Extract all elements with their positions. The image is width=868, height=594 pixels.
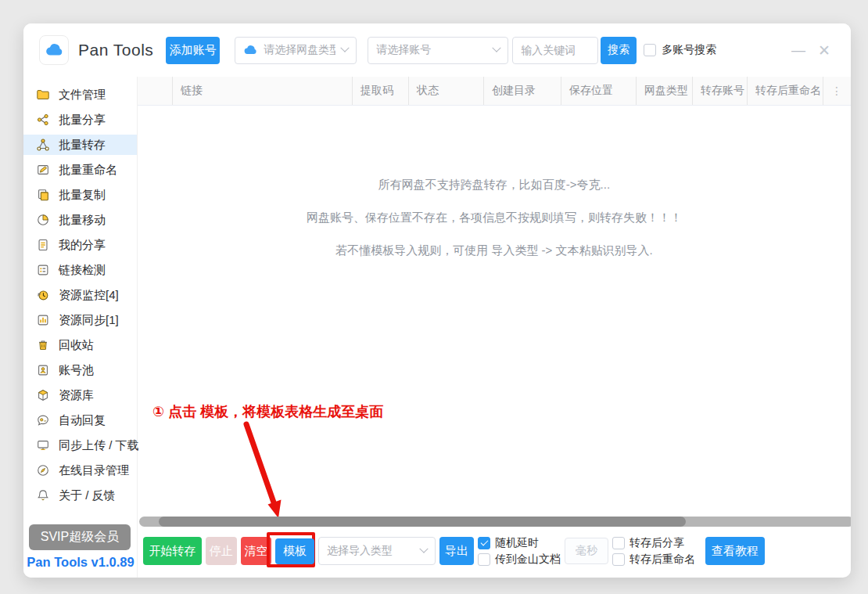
view-tutorial-button[interactable]: 查看教程 [705, 537, 765, 565]
sidebar-item-label: 我的分享 [59, 238, 106, 253]
sidebar-item-resource-library[interactable]: 资源库 [23, 385, 137, 405]
sidebar-item-label: 批量移动 [59, 213, 106, 228]
sidebar-item-online-directory[interactable]: 在线目录管理 [23, 460, 137, 481]
sidebar-item-batch-copy[interactable]: 批量复制 [23, 185, 137, 205]
multi-account-search-checkbox[interactable] [644, 44, 656, 56]
annotation-arrow [233, 415, 296, 528]
copy-icon [36, 188, 50, 202]
multi-account-search-label: 多账号搜索 [662, 43, 716, 57]
app-version-text: Pan Tools v1.0.89 [23, 555, 138, 570]
kdocs-label: 传到金山文档 [495, 553, 561, 567]
table-header-link: 链接 [172, 77, 352, 105]
table-header-rename-after: 转存后重命名 [747, 77, 823, 105]
sidebar-item-label: 批量转存 [59, 138, 106, 153]
table-header-create-dir: 创建目录 [483, 77, 561, 105]
batch-transfer-icon [36, 138, 50, 152]
hint-line: 若不懂模板导入规则，可使用 导入类型 -> 文本粘贴识别导入. [138, 234, 851, 267]
sidebar-item-batch-rename[interactable]: 批量重命名 [23, 160, 137, 180]
share-after-checkbox[interactable] [612, 537, 625, 549]
table-header-disk-type: 网盘类型 [636, 77, 692, 105]
table-header-save-location: 保存位置 [561, 77, 636, 105]
sidebar-item-label: 资源库 [59, 388, 94, 403]
table-header-extract-code: 提取码 [352, 77, 408, 105]
sidebar-item-batch-share[interactable]: 批量分享 [23, 110, 137, 130]
account-pool-icon [36, 363, 50, 377]
annotation-step-text: ① 点击 模板，将模板表格生成至桌面 [152, 402, 383, 421]
start-transfer-button[interactable]: 开始转存 [143, 537, 202, 565]
kdocs-checkbox[interactable] [478, 553, 490, 566]
sidebar-item-about-feedback[interactable]: 关于 / 反馈 [23, 485, 137, 506]
export-button[interactable]: 导出 [439, 537, 474, 565]
rename-after-label: 转存后重命名 [629, 553, 695, 567]
sidebar-item-label: 关于 / 反馈 [59, 488, 116, 503]
stop-button[interactable]: 停止 [206, 537, 237, 565]
share-after-label: 转存后分享 [629, 536, 684, 550]
footer-toolbar: 开始转存 停止 清空 模板 选择导入类型 导出 随机延时 传到金山文档 毫秒 转… [138, 531, 851, 571]
disk-type-placeholder: 请选择网盘类型 [264, 43, 335, 57]
link-check-icon [36, 263, 50, 277]
sidebar-item-file-manage[interactable]: 文件管理 [23, 85, 137, 105]
import-type-select[interactable]: 选择导入类型 [318, 537, 436, 565]
sidebar-item-label: 批量复制 [59, 188, 106, 203]
header-bar: Pan Tools 添加账号 请选择网盘类型 请选择账号 搜索 多账号搜索 — … [23, 23, 851, 77]
rename-after-checkbox[interactable] [612, 553, 625, 566]
sidebar-item-resource-monitor[interactable]: 资源监控[4] [23, 285, 137, 305]
recycle-bin-icon [36, 338, 50, 352]
rename-icon [36, 163, 50, 177]
horizontal-scrollbar-thumb[interactable] [159, 517, 686, 527]
close-button[interactable]: ✕ [818, 41, 830, 59]
sidebar-item-account-pool[interactable]: 账号池 [23, 360, 137, 380]
chevron-down-icon [419, 545, 428, 553]
sidebar: 文件管理 批量分享 批量转存 批量重命名 批量复制 批量移动 我的分享 [23, 77, 138, 578]
horizontal-scrollbar-track[interactable] [139, 517, 851, 527]
share-icon [36, 113, 50, 127]
after-transfer-options-group: 转存后分享 转存后重命名 [612, 536, 695, 567]
sidebar-item-label: 账号池 [59, 363, 94, 378]
resource-monitor-icon [36, 288, 50, 302]
keyword-input[interactable] [512, 37, 598, 64]
cloud-logo-icon [45, 41, 63, 59]
random-delay-label: 随机延时 [495, 536, 539, 550]
chevron-down-icon [493, 44, 501, 52]
search-button[interactable]: 搜索 [601, 37, 637, 64]
template-button[interactable]: 模板 [275, 538, 314, 564]
folder-icon [36, 88, 50, 102]
sidebar-item-link-check[interactable]: 链接检测 [23, 260, 137, 280]
random-delay-checkbox[interactable] [478, 537, 490, 549]
sidebar-item-recycle-bin[interactable]: 回收站 [23, 335, 137, 355]
account-select[interactable]: 请选择账号 [368, 37, 508, 64]
sidebar-item-my-share[interactable]: 我的分享 [23, 235, 137, 255]
sidebar-item-label: 批量分享 [59, 113, 106, 128]
sidebar-item-auto-reply[interactable]: 自动回复 [23, 410, 137, 430]
move-icon [36, 213, 50, 227]
sidebar-item-batch-move[interactable]: 批量移动 [23, 210, 137, 230]
rename-after-option: 转存后重命名 [612, 553, 695, 567]
multi-account-search-option: 多账号搜索 [644, 43, 716, 57]
sidebar-item-label: 链接检测 [59, 263, 106, 278]
delay-options-group: 随机延时 传到金山文档 [478, 536, 561, 567]
sidebar-item-batch-transfer[interactable]: 批量转存 [23, 135, 137, 155]
milliseconds-input[interactable]: 毫秒 [565, 538, 608, 564]
minimize-button[interactable]: — [791, 42, 805, 59]
sidebar-item-label: 在线目录管理 [59, 463, 129, 478]
app-title: Pan Tools [78, 41, 153, 59]
sidebar-item-label: 资源同步[1] [59, 313, 119, 328]
hint-line: 网盘账号、保存位置不存在，各项信息不按规则填写，则转存失败！！！ [138, 201, 851, 234]
svip-member-button[interactable]: SVIP超级会员 [29, 524, 131, 550]
sidebar-item-sync-upload-download[interactable]: 同步上传 / 下载 [23, 435, 137, 455]
share-after-option: 转存后分享 [612, 536, 695, 550]
empty-state-hints: 所有网盘不支持跨盘转存，比如百度->夸克... 网盘账号、保存位置不存在，各项信… [138, 168, 851, 267]
cloud-icon [243, 43, 257, 57]
hint-line: 所有网盘不支持跨盘转存，比如百度->夸克... [138, 168, 851, 201]
sidebar-item-label: 资源监控[4] [59, 288, 119, 303]
sidebar-item-label: 回收站 [59, 338, 94, 353]
account-placeholder: 请选择账号 [376, 43, 487, 57]
sidebar-item-label: 批量重命名 [59, 163, 117, 178]
sidebar-item-label: 同步上传 / 下载 [59, 438, 139, 453]
clear-button[interactable]: 清空 [241, 537, 271, 565]
about-feedback-icon [36, 488, 50, 502]
auto-reply-icon [36, 413, 50, 427]
sidebar-item-resource-sync[interactable]: 资源同步[1] [23, 310, 137, 330]
add-account-button[interactable]: 添加账号 [166, 37, 220, 64]
disk-type-select[interactable]: 请选择网盘类型 [235, 37, 357, 64]
